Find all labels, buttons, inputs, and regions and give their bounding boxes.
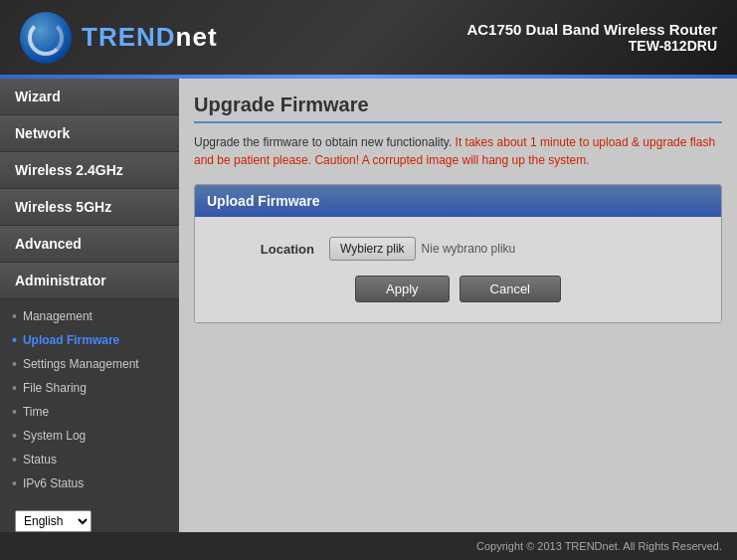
logo-text: TRENDnet [82, 22, 218, 53]
footer-text: Copyright © 2013 TRENDnet. All Rights Re… [476, 540, 722, 552]
sidebar-item-file-sharing[interactable]: File Sharing [0, 376, 179, 400]
firmware-box-content: Location Wybierz plik Nie wybrano pliku … [195, 217, 721, 322]
button-row: Apply Cancel [210, 276, 706, 302]
language-select-area: English Deutsch Français Español [0, 500, 179, 542]
footer-copyright: Copyright © 2013 TRENDnet. All Rights Re… [476, 540, 722, 552]
sidebar: Wizard Network Wireless 2.4GHz Wireless … [0, 79, 179, 532]
device-model: TEW-812DRU [466, 38, 717, 54]
logo-icon [20, 12, 72, 64]
sidebar-item-time[interactable]: Time [0, 400, 179, 424]
cancel-button[interactable]: Cancel [460, 276, 561, 302]
language-dropdown[interactable]: English Deutsch Français Español [15, 510, 92, 532]
info-text: Upgrade the firmware to obtain new funct… [194, 133, 722, 169]
sidebar-item-settings-management[interactable]: Settings Management [0, 352, 179, 376]
file-no-selected-text: Nie wybrano pliku [422, 242, 516, 256]
info-text-normal: Upgrade the firmware to obtain new funct… [194, 135, 452, 149]
brand-suffix: net [176, 22, 218, 52]
upload-firmware-box: Upload Firmware Location Wybierz plik Ni… [194, 184, 722, 323]
device-info: AC1750 Dual Band Wireless Router TEW-812… [466, 21, 717, 54]
sidebar-item-network[interactable]: Network [0, 115, 179, 152]
location-row: Location Wybierz plik Nie wybrano pliku [210, 237, 706, 261]
sidebar-item-upload-firmware[interactable]: Upload Firmware [0, 328, 179, 352]
sidebar-item-status[interactable]: Status [0, 448, 179, 471]
logo-area: TRENDnet [20, 12, 218, 64]
apply-button[interactable]: Apply [355, 276, 450, 302]
sidebar-item-wizard[interactable]: Wizard [0, 79, 179, 115]
page-title: Upgrade Firmware [194, 93, 722, 123]
brand-prefix: TREND [82, 22, 176, 52]
choose-file-button[interactable]: Wybierz plik [329, 237, 416, 261]
sidebar-item-wireless5[interactable]: Wireless 5GHz [0, 189, 179, 226]
device-tagline: AC1750 Dual Band Wireless Router [466, 21, 717, 38]
upload-firmware-title: Upload Firmware [195, 185, 721, 217]
sidebar-item-management[interactable]: Management [0, 304, 179, 328]
file-input-area: Wybierz plik Nie wybrano pliku [329, 237, 515, 261]
sidebar-item-ipv6-status[interactable]: IPv6 Status [0, 471, 179, 495]
header: TRENDnet AC1750 Dual Band Wireless Route… [0, 0, 737, 75]
sidebar-item-wireless24[interactable]: Wireless 2.4GHz [0, 152, 179, 189]
location-label: Location [210, 242, 329, 257]
sidebar-item-system-log[interactable]: System Log [0, 424, 179, 448]
sub-nav: Management Upload Firmware Settings Mana… [0, 299, 179, 500]
admin-section-header: Administrator [0, 263, 179, 299]
content-area: Upgrade Firmware Upgrade the firmware to… [179, 79, 737, 532]
main-layout: Wizard Network Wireless 2.4GHz Wireless … [0, 79, 737, 532]
sidebar-item-advanced[interactable]: Advanced [0, 226, 179, 263]
